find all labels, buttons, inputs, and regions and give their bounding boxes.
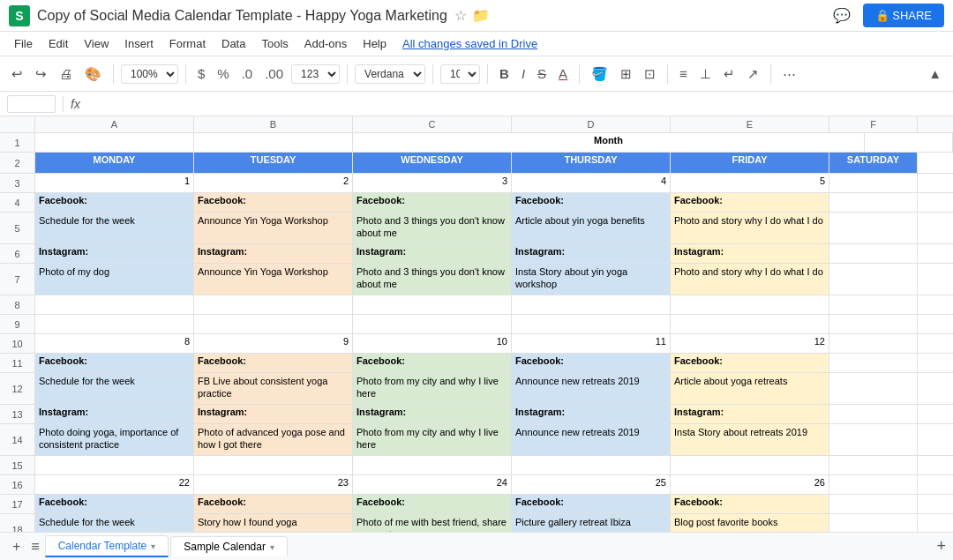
- cell-2b[interactable]: TUESDAY: [194, 153, 353, 173]
- cell-11c[interactable]: Facebook:: [353, 354, 512, 372]
- cell-10b[interactable]: 9: [194, 334, 353, 353]
- textcolor-button[interactable]: A: [554, 63, 572, 85]
- cell-13b[interactable]: Instagram:: [194, 405, 353, 423]
- cell-8a[interactable]: [35, 295, 194, 314]
- formula-input[interactable]: [87, 95, 946, 112]
- borders-button[interactable]: ⊞: [616, 63, 636, 86]
- cell-5a[interactable]: Schedule for the week: [35, 213, 194, 243]
- cell-7f[interactable]: [829, 264, 918, 295]
- col-header-d[interactable]: D: [512, 116, 671, 132]
- cell-9a[interactable]: [35, 315, 194, 333]
- cell-14d[interactable]: Announce new retreats 2019: [512, 424, 671, 455]
- cell-15c[interactable]: [353, 456, 512, 474]
- cell-6d[interactable]: Instagram:: [512, 244, 671, 263]
- align-h-button[interactable]: ≡: [675, 63, 692, 85]
- cell-16c[interactable]: 24: [353, 475, 512, 494]
- cell-17d[interactable]: Facebook:: [512, 495, 671, 513]
- rotate-button[interactable]: ↗: [743, 63, 763, 86]
- cell-7a[interactable]: Photo of my dog: [35, 264, 194, 295]
- cell-8b[interactable]: [194, 295, 353, 314]
- cell-9b[interactable]: [194, 315, 353, 333]
- cell-11a[interactable]: Facebook:: [35, 354, 194, 372]
- cell-7b[interactable]: Announce Yin Yoga Workshop: [194, 264, 353, 295]
- print-button[interactable]: 🖨: [55, 63, 77, 85]
- comment-button[interactable]: 💬: [829, 4, 854, 27]
- menu-help[interactable]: Help: [356, 35, 394, 52]
- cell-7d[interactable]: Insta Story about yin yoga workshop: [512, 264, 671, 295]
- cell-1f[interactable]: [865, 133, 953, 152]
- cell-12b[interactable]: FB Live about consistent yoga practice: [194, 373, 353, 404]
- cell-9f[interactable]: [829, 315, 918, 333]
- zoom-select[interactable]: 100%: [121, 64, 178, 84]
- add-sheet-button[interactable]: +: [936, 537, 946, 556]
- cell-15e[interactable]: [671, 456, 829, 474]
- cell-3e[interactable]: 5: [671, 174, 829, 192]
- share-button[interactable]: 🔒 SHARE: [863, 4, 944, 27]
- cell-11b[interactable]: Facebook:: [194, 354, 353, 372]
- cell-5f[interactable]: [829, 213, 918, 243]
- cell-5e[interactable]: Photo and story why I do what I do: [671, 213, 829, 243]
- col-header-c[interactable]: C: [353, 116, 512, 132]
- cell-14f[interactable]: [829, 424, 918, 455]
- cell-3a[interactable]: 1: [35, 174, 194, 192]
- cell-16f[interactable]: [829, 475, 918, 494]
- cell-5b[interactable]: Announce Yin Yoga Workshop: [194, 213, 353, 243]
- cell-3c[interactable]: 3: [353, 174, 512, 192]
- cell-9d[interactable]: [512, 315, 671, 333]
- cell-1b[interactable]: [194, 133, 353, 152]
- align-v-button[interactable]: ⊥: [695, 63, 716, 86]
- more-button[interactable]: ⋯: [778, 63, 800, 86]
- cell-13f[interactable]: [829, 405, 918, 423]
- cell-14e[interactable]: Insta Story about retreats 2019: [671, 424, 829, 455]
- cell-15b[interactable]: [194, 456, 353, 474]
- cell-13d[interactable]: Instagram:: [512, 405, 671, 423]
- menu-data[interactable]: Data: [214, 35, 252, 52]
- cell-17b[interactable]: Facebook:: [194, 495, 353, 513]
- redo-button[interactable]: ↪: [31, 63, 51, 86]
- cell-13c[interactable]: Instagram:: [353, 405, 512, 423]
- cell-6c[interactable]: Instagram:: [353, 244, 512, 263]
- cell-4d[interactable]: Facebook:: [512, 193, 671, 212]
- cell-14b[interactable]: Photo of advanced yoga pose and how I go…: [194, 424, 353, 455]
- menu-view[interactable]: View: [77, 35, 116, 52]
- percent-button[interactable]: %: [213, 63, 233, 85]
- menu-format[interactable]: Format: [162, 35, 213, 52]
- cell-17e[interactable]: Facebook:: [671, 495, 829, 513]
- fillcolor-button[interactable]: 🪣: [587, 63, 612, 86]
- menu-addons[interactable]: Add-ons: [297, 35, 354, 52]
- cell-15d[interactable]: [512, 456, 671, 474]
- col-header-e[interactable]: E: [671, 116, 829, 132]
- list-tabs-button[interactable]: ≡: [26, 535, 44, 558]
- menu-edit[interactable]: Edit: [41, 35, 75, 52]
- cell-4e[interactable]: Facebook:: [671, 193, 829, 212]
- cell-16d[interactable]: 25: [512, 475, 671, 494]
- cell-7c[interactable]: Photo and 3 things you don't know about …: [353, 264, 512, 295]
- cell-15f[interactable]: [829, 456, 918, 474]
- tab-sample-calendar[interactable]: Sample Calendar ▾: [170, 536, 288, 556]
- decimal0-button[interactable]: .0: [237, 63, 258, 85]
- cell-13e[interactable]: Instagram:: [671, 405, 829, 423]
- cell-4a[interactable]: Facebook:: [35, 193, 194, 212]
- cell-10a[interactable]: 8: [35, 334, 194, 353]
- cell-4f[interactable]: [829, 193, 918, 212]
- cell-3f[interactable]: [829, 174, 918, 192]
- italic-button[interactable]: I: [517, 63, 529, 85]
- star-icon[interactable]: ☆: [454, 7, 467, 24]
- cell-10e[interactable]: 12: [671, 334, 829, 353]
- cell-2d[interactable]: THURSDAY: [512, 153, 671, 173]
- cell-11f[interactable]: [829, 354, 918, 372]
- cell-11d[interactable]: Facebook:: [512, 354, 671, 372]
- col-header-f[interactable]: F: [829, 116, 918, 132]
- col-header-b[interactable]: B: [194, 116, 353, 132]
- cell-3b[interactable]: 2: [194, 174, 353, 192]
- cell-1c[interactable]: Month: [353, 133, 865, 152]
- cell-6e[interactable]: Instagram:: [671, 244, 829, 263]
- cell-4b[interactable]: Facebook:: [194, 193, 353, 212]
- add-tab-button[interactable]: +: [7, 535, 26, 558]
- strikethrough-button[interactable]: S: [533, 63, 551, 85]
- cell-2f[interactable]: SATURDAY: [829, 153, 918, 173]
- cell-6b[interactable]: Instagram:: [194, 244, 353, 263]
- bold-button[interactable]: B: [495, 63, 514, 85]
- cell-1a[interactable]: [35, 133, 194, 152]
- cell-5c[interactable]: Photo and 3 things you don't know about …: [353, 213, 512, 243]
